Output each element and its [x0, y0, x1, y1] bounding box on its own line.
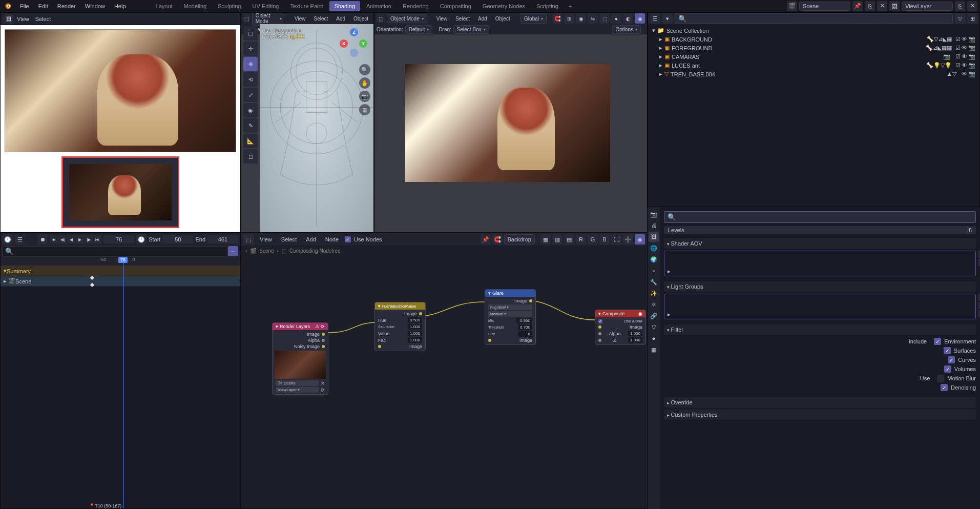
menu-window[interactable]: Window: [81, 2, 109, 11]
use-nodes-checkbox[interactable]: ✓: [345, 236, 351, 242]
ws-tab-rendering[interactable]: Rendering: [398, 1, 434, 11]
aov-remove-button[interactable]: −: [978, 259, 980, 266]
prop-tab-physics[interactable]: ⚛: [649, 299, 659, 310]
viewlayer-copy-icon[interactable]: ⎘: [955, 1, 965, 11]
outliner-display-icon[interactable]: ▾: [662, 13, 673, 24]
outliner-new-collection-icon[interactable]: ⊞: [967, 13, 977, 24]
jump-end-button[interactable]: ⏭: [93, 235, 101, 243]
pin-icon[interactable]: 📌: [481, 234, 491, 245]
tool-annotate[interactable]: ✎: [243, 118, 258, 133]
render-toggle[interactable]: 📷: [968, 36, 975, 43]
ds-filter-icon[interactable]: ↔: [228, 246, 238, 256]
ws-tab-modeling[interactable]: Modeling: [179, 1, 212, 11]
nav-gizmo[interactable]: Z Y X: [339, 28, 369, 59]
current-frame-field[interactable]: 76: [103, 235, 134, 243]
menu-help[interactable]: Help: [110, 2, 130, 11]
prop-tab-render[interactable]: 📷: [649, 209, 659, 219]
autokey-icon[interactable]: ⏺: [37, 234, 48, 245]
ws-tab-geonodes[interactable]: Geometry Nodes: [477, 1, 530, 11]
tree-item[interactable]: ▸▽ TREN_BASE.004 ▲▽ 👁📷: [650, 70, 977, 78]
scene-pin-icon[interactable]: 📌: [852, 1, 863, 11]
global-dropdown[interactable]: Global: [520, 13, 547, 24]
exclude-toggle[interactable]: ☑: [955, 62, 961, 69]
channel-r-icon[interactable]: R: [576, 234, 586, 245]
shading-rendered-icon[interactable]: ◉: [635, 13, 645, 24]
comp-menu-select[interactable]: Select: [278, 235, 300, 244]
lg-dropdown-button[interactable]: ▾: [978, 310, 980, 317]
properties-search-input[interactable]: [664, 211, 976, 223]
viewlayer-del-icon[interactable]: ✕: [967, 1, 977, 11]
vp-menu-view[interactable]: View: [291, 14, 309, 23]
node-composite[interactable]: ▾Composite◉ ✓Use Alpha Image Alpha1.000 …: [595, 310, 646, 345]
prop-tab-object[interactable]: ▫: [649, 266, 659, 276]
vp-menu-select[interactable]: Select: [311, 14, 331, 23]
tool-rotate[interactable]: ⟲: [243, 72, 258, 87]
zoom-fit-icon[interactable]: ⛶: [611, 234, 621, 245]
check-denoising[interactable]: ✓: [941, 384, 948, 391]
viewport-rendered-canvas[interactable]: [405, 64, 610, 182]
mirror-icon[interactable]: ⇋: [588, 13, 598, 24]
render-toggle[interactable]: 📷: [968, 71, 975, 77]
exclude-toggle[interactable]: ☑: [955, 36, 961, 43]
vp-menu-add[interactable]: Add: [333, 14, 348, 23]
tree-item[interactable]: ▸▣ FOREGROUND 🦴⊿◣▦▦ ☑👁📷: [650, 44, 977, 52]
viewlayer-icon[interactable]: 🖼: [889, 1, 900, 11]
ws-tab-sculpting[interactable]: Sculpting: [213, 1, 246, 11]
prop-tab-scene[interactable]: 🌐: [649, 243, 659, 253]
channel-rgb-icon[interactable]: ▥: [552, 234, 562, 245]
compositor-canvas[interactable]: ▾Render Layers⚠ ⟳ Image Alpha Noisy Imag…: [241, 256, 647, 508]
node-hsv[interactable]: ▾Hue/Saturation/Value Image Hue0.500 Sat…: [374, 302, 426, 351]
proportional-icon[interactable]: ◉: [576, 13, 586, 24]
section-custom-props[interactable]: Custom Properties: [664, 410, 976, 420]
outliner-search-input[interactable]: [675, 13, 953, 24]
hide-toggle[interactable]: 👁: [962, 53, 967, 60]
prop-tab-output[interactable]: 🖨: [649, 220, 659, 231]
tool-measure[interactable]: 📐: [243, 134, 258, 148]
exclude-toggle[interactable]: ☑: [955, 53, 961, 60]
tree-item[interactable]: ▸▣ CAMARAS 📷 ☑👁📷: [650, 52, 977, 61]
prop-tab-world[interactable]: 🌍: [649, 254, 659, 264]
exclude-toggle[interactable]: ☑: [955, 45, 961, 51]
light-groups-list[interactable]: ▸: [664, 294, 976, 319]
orientation-dropdown-2[interactable]: Default: [405, 25, 433, 34]
vp2-menu-add[interactable]: Add: [475, 14, 490, 23]
outliner-type-icon[interactable]: ☰: [650, 13, 660, 24]
tool-cursor[interactable]: ✛: [243, 42, 258, 56]
dopesheet-type-icon[interactable]: 🕐: [3, 234, 13, 245]
scene-del-icon[interactable]: ✕: [877, 1, 887, 11]
ws-add-button[interactable]: +: [565, 1, 576, 11]
hide-toggle[interactable]: 👁: [962, 36, 967, 43]
ws-tab-animation[interactable]: Animation: [361, 1, 397, 11]
render-toggle[interactable]: 📷: [968, 53, 975, 60]
hide-toggle[interactable]: 👁: [962, 45, 967, 51]
prop-tab-particles[interactable]: ✨: [649, 288, 659, 298]
menu-edit[interactable]: Edit: [34, 2, 52, 11]
ws-tab-uv[interactable]: UV Editing: [247, 1, 284, 11]
tree-root[interactable]: ▾📁 Scene Collection: [650, 26, 977, 35]
lg-add-button[interactable]: +: [978, 294, 980, 301]
prop-tab-viewlayer[interactable]: 🖼: [649, 232, 659, 242]
editor-type-3d-icon[interactable]: ⬚: [243, 14, 250, 23]
prop-tab-texture[interactable]: ▦: [649, 344, 659, 355]
compositor-type-icon[interactable]: ⬚: [243, 234, 254, 245]
outliner-filter-icon[interactable]: ▽: [955, 13, 965, 24]
realtime-compositor-icon[interactable]: ◉: [635, 234, 645, 245]
editor-type-icon[interactable]: 🖼: [4, 14, 14, 24]
comp-menu-node[interactable]: Node: [322, 235, 342, 244]
check-motion-blur[interactable]: [937, 375, 944, 382]
ws-tab-layout[interactable]: Layout: [151, 1, 178, 11]
section-light-groups[interactable]: Light Groups: [664, 281, 976, 292]
frame-lock-icon[interactable]: 🕐: [136, 234, 147, 245]
tool-add-cube[interactable]: ◻: [243, 149, 258, 164]
shader-aov-list[interactable]: ▸: [664, 251, 976, 276]
breadcrumb-scene[interactable]: Scene: [259, 248, 274, 254]
scene-copy-icon[interactable]: ⎘: [865, 1, 875, 11]
menu-file[interactable]: File: [16, 2, 33, 11]
backdrop-button[interactable]: Backdrop: [504, 234, 535, 245]
snap-icon[interactable]: 🧲: [552, 13, 562, 24]
render-image-large[interactable]: [5, 29, 236, 152]
dopesheet-menu-icon[interactable]: ☰: [15, 234, 25, 245]
vp2-menu-view[interactable]: View: [433, 14, 451, 23]
vp-menu-object[interactable]: Object: [350, 14, 371, 23]
snap-node-icon[interactable]: 🧲: [492, 234, 503, 245]
